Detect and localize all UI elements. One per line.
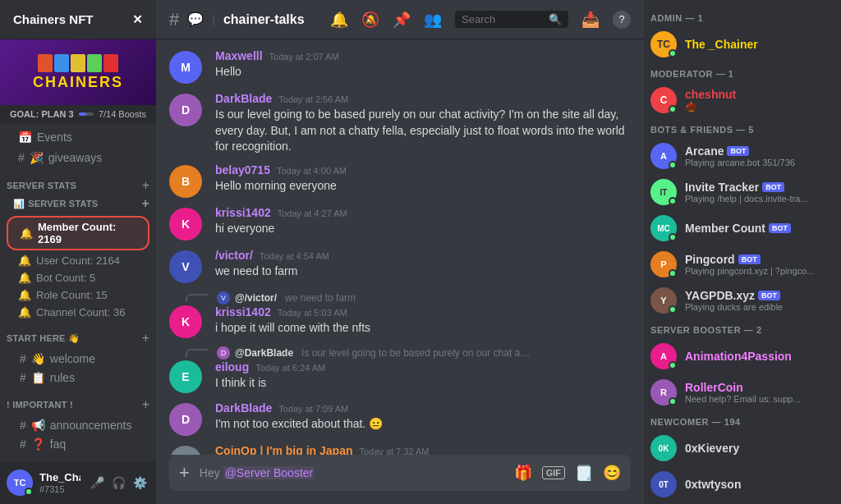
bell-slash-icon[interactable]: 🔕 <box>361 11 379 29</box>
member-item-cheshnut[interactable]: C cheshnut 🌰 <box>644 82 841 118</box>
sticker-icon[interactable]: 🗒️ <box>575 464 593 482</box>
member-name: Pingcord <box>685 253 735 266</box>
help-icon[interactable]: ? <box>613 11 631 29</box>
online-status-dot <box>669 49 677 57</box>
member-item-animation4passion[interactable]: A Animation4Passion <box>644 338 841 374</box>
role-count-label: Role Count: 15 <box>36 289 108 301</box>
bots-category-label: BOTS & FRIENDS — 5 <box>644 118 841 138</box>
channel-count-icon: 🔔 <box>18 306 31 318</box>
important-category[interactable]: ! IMPORTANT ! + <box>0 387 156 415</box>
booster-category-label: SERVER BOOSTER — 2 <box>644 318 841 338</box>
message-timestamp: Today at 2:56 AM <box>278 94 348 104</box>
deafen-button[interactable]: 🎧 <box>108 473 128 493</box>
role-count-icon: 🔔 <box>18 289 31 301</box>
start-here-label: START HERE 👋 <box>7 333 80 344</box>
boost-progress-fill <box>79 112 86 116</box>
add-content-button[interactable]: + <box>179 462 190 483</box>
member-count-label: Member Count: 2169 <box>38 221 141 245</box>
announcements-channel[interactable]: # 📢 announcements <box>7 416 149 434</box>
member-name: cheshnut <box>685 88 736 101</box>
user-display-name: The_Chainer <box>39 471 80 484</box>
message-username: krissi1402 <box>215 206 271 219</box>
inbox-icon[interactable]: 📥 <box>581 11 600 29</box>
member-item-rollercoin[interactable]: R RollerCoin Need help? Email us: supp..… <box>644 374 841 410</box>
mute-button[interactable]: 🎤 <box>87 473 107 493</box>
boost-count: 7/14 Boosts <box>99 109 146 119</box>
online-status-dot <box>669 233 677 241</box>
message-text: i hope it will come with the nfts <box>215 320 631 337</box>
server-banner: CHAINERS <box>0 39 156 105</box>
channel-hashtag-icon: # <box>169 9 179 30</box>
main-content: # 💬 | chainer-talks 🔔 🔕 📌 👥 🔍 📥 ? M Maxw… <box>156 0 644 504</box>
table-row: B belay0715 Today at 4:00 AM Hello morni… <box>156 160 644 201</box>
user-count-label: User Count: 2164 <box>36 254 120 267</box>
welcome-channel[interactable]: # 👋 welcome <box>7 350 149 368</box>
important-plus-icon[interactable]: + <box>142 397 149 412</box>
member-item-the-chainer[interactable]: TC The _Chainer <box>644 26 841 62</box>
announcements-label: announcements <box>50 419 132 432</box>
giveaways-prefix-icon: # <box>18 151 25 164</box>
member-info: Member Count BOT <box>685 222 834 235</box>
member-item-yagpdb[interactable]: Y YAGPDB.xyz BOT Playing ducks are edibl… <box>644 282 841 318</box>
start-here-plus-icon[interactable]: + <box>142 331 149 346</box>
events-label: Events <box>37 131 72 144</box>
online-status-dot <box>669 397 677 405</box>
announcements-emoji-icon: 📢 <box>31 419 45 432</box>
member-info: 0xtwtyson <box>685 478 741 491</box>
avatar: R <box>650 379 677 405</box>
table-row: D DarkBlade Today at 2:56 AM Is our leve… <box>156 89 644 158</box>
settings-button[interactable]: ⚙️ <box>130 473 149 493</box>
avatar: A <box>650 143 677 169</box>
member-status: Playing pingcord.xyz | ?pingco... <box>685 266 834 276</box>
gif-button[interactable]: GIF <box>542 466 565 479</box>
chat-input-field[interactable]: Hey @Server Booster <box>200 466 504 479</box>
faq-channel[interactable]: # ❓ announcements faq <box>7 435 149 453</box>
member-item-0xkievery[interactable]: 0K 0xKievery <box>644 430 841 466</box>
avatar: E <box>169 360 202 393</box>
message-username: Maxwelll <box>215 49 263 62</box>
hashtag-header-icon[interactable]: 🔔 <box>330 11 348 29</box>
avatar: V <box>169 250 202 283</box>
server-stats-plus-icon[interactable]: + <box>142 178 149 193</box>
message-content: /victor/ Today at 4:54 AM we need to far… <box>215 249 631 283</box>
giveaways-label: giveaways <box>48 151 102 164</box>
member-info: Animation4Passion <box>685 350 792 363</box>
message-text: Hello morning everyone <box>215 178 631 195</box>
emoji-icon[interactable]: 😊 <box>603 464 621 482</box>
channels-list: 📅 Events # 🎉 giveaways SERVER STATS + 📊 … <box>0 123 156 461</box>
member-name: Member Count <box>685 222 765 235</box>
gift-icon[interactable]: 🎁 <box>514 464 532 482</box>
member-item-member-count[interactable]: MC Member Count BOT <box>644 210 841 246</box>
chat-input-box: + Hey @Server Booster 🎁 GIF 🗒️ 😊 <box>169 455 631 491</box>
channel-item-events[interactable]: 📅 Events <box>7 127 149 147</box>
pin-icon[interactable]: 📌 <box>393 11 411 29</box>
online-status-dot <box>669 197 677 205</box>
avatar: C <box>650 87 677 113</box>
admin-category-label: ADMIN — 1 <box>644 7 841 26</box>
message-username: /victor/ <box>215 249 253 262</box>
online-status-dot <box>669 269 677 277</box>
rules-channel[interactable]: # 📋 rules <box>7 369 149 387</box>
member-item-arcane[interactable]: A Arcane BOT Playing arcane.bot 351/736 <box>644 138 841 174</box>
members-icon[interactable]: 👥 <box>424 11 442 29</box>
chainer-chat-category[interactable]: CHAINER CHAT 💎 + <box>0 454 156 461</box>
channel-item-giveaways[interactable]: # 🎉 giveaways <box>7 148 149 167</box>
channel-sidebar: Chainers NFT ✕ CHAINERS GOAL: PLAN 3 7/1… <box>0 0 156 504</box>
member-status: Playing ducks are edible <box>685 302 834 312</box>
member-name: Arcane <box>685 144 724 158</box>
server-name: Chainers NFT <box>13 12 94 26</box>
message-timestamp: Today at 4:00 AM <box>277 166 347 176</box>
server-stats-category[interactable]: SERVER STATS + <box>0 168 156 196</box>
message-content: belay0715 Today at 4:00 AM Hello morning… <box>215 163 631 198</box>
search-input[interactable] <box>462 13 544 25</box>
member-item-pingcord[interactable]: P Pingcord BOT Playing pingcord.xyz | ?p… <box>644 246 841 282</box>
member-item-0xtwtyson[interactable]: 0T 0xtwtyson <box>644 466 841 502</box>
member-count-item[interactable]: 🔔 Member Count: 2169 <box>7 216 149 250</box>
member-item-invite-tracker[interactable]: IT Invite Tracker BOT Playing /help | do… <box>644 174 841 210</box>
search-box[interactable]: 🔍 <box>455 11 568 28</box>
server-header[interactable]: Chainers NFT ✕ <box>0 0 156 39</box>
avatar: D <box>169 403 202 436</box>
message-username: DarkBlade <box>215 401 272 415</box>
rules-label: rules <box>50 371 75 384</box>
start-here-category[interactable]: START HERE 👋 + <box>0 321 156 349</box>
